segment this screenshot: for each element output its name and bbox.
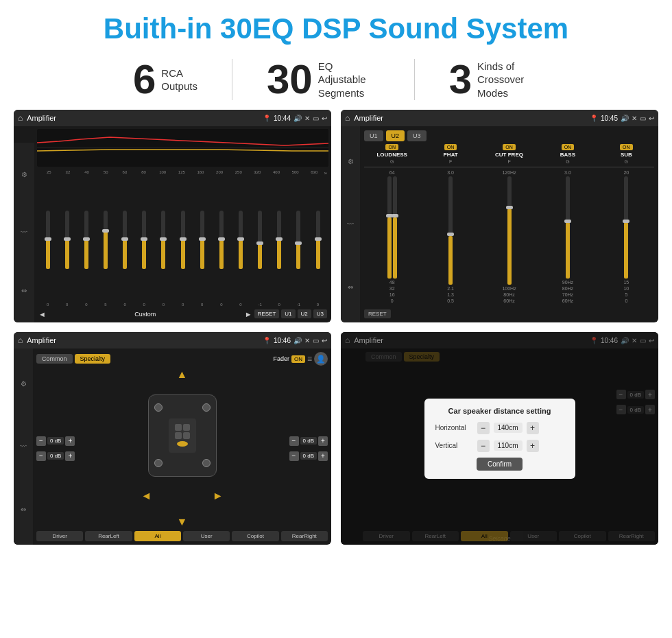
amp-main-area: U1 U2 U3 ON LOUDNESS G ON PHAT F xyxy=(360,126,658,322)
seat-rl xyxy=(175,432,182,439)
eq-content: ⚙ 〰 ⇔ xyxy=(14,126,331,322)
stat-eq: 30 EQ AdjustableSegments xyxy=(232,59,415,100)
tab-common[interactable]: Common xyxy=(36,354,73,364)
window-icon[interactable]: ▭ xyxy=(313,115,319,122)
eq-sidebar-icon-2[interactable]: 〰 xyxy=(21,228,27,236)
eq-sidebar-icon-1[interactable]: ⚙ xyxy=(21,171,27,178)
down-arrow-btn[interactable]: ▼ xyxy=(177,516,188,528)
seat-fr xyxy=(183,424,190,431)
horizontal-row: Horizontal − 140cm + xyxy=(435,422,564,434)
stat-crossover-label: Kinds ofCrossover Modes xyxy=(477,60,539,100)
db-minus-bl[interactable]: − xyxy=(36,451,46,461)
speaker-fr xyxy=(202,403,211,412)
channel-sub: ON SUB G xyxy=(599,144,654,164)
db-plus-tr[interactable]: + xyxy=(318,436,328,446)
driver-btn[interactable]: Driver xyxy=(36,531,83,541)
confirm-button[interactable]: Confirm xyxy=(477,458,523,471)
speaker-screen: ⌂ Amplifier 📍 10:46 🔊 ✕ ▭ ↩ ⚙ 〰 ⇔ Common xyxy=(14,332,331,545)
db-minus-tr[interactable]: − xyxy=(289,436,299,446)
bass-on-btn[interactable]: ON xyxy=(562,144,575,150)
close-icon[interactable]: ✕ xyxy=(304,115,310,122)
horizontal-plus-btn[interactable]: + xyxy=(527,422,539,434)
eq-next-btn[interactable]: ► xyxy=(245,310,252,318)
right-arrow-btn[interactable]: ► xyxy=(213,490,224,502)
amp-screen-title: Amplifier xyxy=(354,114,586,122)
left-arrow-btn[interactable]: ◄ xyxy=(141,490,152,502)
eq-screen-title: Amplifier xyxy=(27,114,259,122)
amp-home-icon[interactable]: ⌂ xyxy=(345,113,350,123)
eq-sliders xyxy=(37,178,328,301)
dialog-overlay: Car speaker distance setting Horizontal … xyxy=(341,332,658,545)
crosshair xyxy=(177,441,188,447)
amp-presets-row: U1 U2 U3 xyxy=(364,130,654,141)
eq-controls: ◄ Custom ► RESET U1 U2 U3 xyxy=(37,308,328,320)
horizontal-minus-btn[interactable]: − xyxy=(477,422,490,434)
user-profile-icon[interactable]: 👤 xyxy=(314,352,328,366)
screens-grid: ⌂ Amplifier 📍 10:44 🔊 ✕ ▭ ↩ ⚙ 〰 ⇔ xyxy=(0,110,672,545)
channel-cutfreq: ON CUT FREQ F xyxy=(481,144,537,164)
speaker-tabs: Common Specialty Fader ON ≡ 👤 xyxy=(36,352,328,366)
db-plus-tl[interactable]: + xyxy=(65,436,75,446)
speaker-back-icon[interactable]: ↩ xyxy=(322,337,327,344)
eq-u3-btn[interactable]: U3 xyxy=(313,309,327,318)
amp-close-icon[interactable]: ✕ xyxy=(632,115,637,122)
eq-custom-label: Custom xyxy=(48,311,243,318)
rearright-btn[interactable]: RearRight xyxy=(281,531,328,541)
eq-sidebar-icon-3[interactable]: ⇔ xyxy=(21,287,27,294)
location-icon: 📍 xyxy=(263,115,271,122)
eq-u2-btn[interactable]: U2 xyxy=(298,309,311,318)
amp-sidebar-icon-2[interactable]: 〰 xyxy=(347,220,354,228)
amp-sidebar-icon-1[interactable]: ⚙ xyxy=(348,158,354,165)
speaker-rr xyxy=(202,459,211,467)
speaker-close-icon[interactable]: ✕ xyxy=(304,337,310,344)
rearleft-btn[interactable]: RearLeft xyxy=(85,531,132,541)
amp-window-icon[interactable]: ▭ xyxy=(640,115,646,122)
db-plus-bl[interactable]: + xyxy=(65,451,75,461)
speaker-sidebar-icon-1[interactable]: ⚙ xyxy=(21,380,27,388)
distance-dialog: Car speaker distance setting Horizontal … xyxy=(424,399,575,479)
user-btn[interactable]: User xyxy=(183,531,230,541)
phat-on-btn[interactable]: ON xyxy=(444,144,457,150)
cutfreq-on-btn[interactable]: ON xyxy=(503,144,516,150)
up-arrow-btn[interactable]: ▲ xyxy=(177,368,188,381)
db-minus-tl[interactable]: − xyxy=(36,436,46,446)
eq-prev-btn[interactable]: ◄ xyxy=(38,310,46,318)
phat-label: PHAT xyxy=(444,152,458,158)
volume-icon: 🔊 xyxy=(293,115,302,122)
eq-u1-btn[interactable]: U1 xyxy=(281,309,295,318)
amp-u1-preset[interactable]: U1 xyxy=(364,130,383,141)
phat-sublabel: F xyxy=(449,159,452,164)
cutfreq-slider-group: 120Hz 100Hz 80Hz 60Hz xyxy=(481,170,537,303)
speaker-clock: 10:46 xyxy=(274,337,291,344)
speaker-sidebar-icon-2[interactable]: 〰 xyxy=(20,442,27,450)
all-btn[interactable]: All xyxy=(134,531,181,541)
speaker-volume-icon: 🔊 xyxy=(293,337,302,344)
sub-on-btn[interactable]: ON xyxy=(620,144,633,150)
vertical-minus-btn[interactable]: − xyxy=(477,440,490,452)
loudness-on-btn[interactable]: ON xyxy=(385,144,398,150)
back-icon[interactable]: ↩ xyxy=(322,115,327,122)
amp-sidebar-icon-3[interactable]: ⇔ xyxy=(348,283,353,291)
fader-on-btn[interactable]: ON xyxy=(291,355,305,363)
speaker-sidebar-icon-3[interactable]: ⇔ xyxy=(21,506,26,513)
eq-reset-btn[interactable]: RESET xyxy=(254,309,280,318)
horizontal-label: Horizontal xyxy=(435,424,473,432)
car-diagram: ▲ xyxy=(77,368,286,528)
amp-back-icon[interactable]: ↩ xyxy=(649,115,654,122)
amp-reset-btn[interactable]: RESET xyxy=(364,306,391,318)
top-speakers xyxy=(154,403,211,412)
tab-specialty[interactable]: Specialty xyxy=(75,354,111,364)
copilot-btn[interactable]: Copilot xyxy=(232,531,278,541)
speaker-window-icon[interactable]: ▭ xyxy=(313,337,319,344)
fader-bars-icon: ≡ xyxy=(307,354,312,364)
seat-fl xyxy=(175,424,182,431)
db-minus-br[interactable]: − xyxy=(289,451,299,461)
amp-u3-preset[interactable]: U3 xyxy=(407,130,427,141)
fader-label: Fader xyxy=(273,355,289,362)
speaker-home-icon[interactable]: ⌂ xyxy=(18,335,23,345)
db-plus-br[interactable]: + xyxy=(318,451,328,461)
home-icon[interactable]: ⌂ xyxy=(18,113,23,123)
amp-u2-preset[interactable]: U2 xyxy=(386,130,405,141)
vertical-plus-btn[interactable]: + xyxy=(527,440,539,452)
speaker-content: ⚙ 〰 ⇔ Common Specialty Fader ON ≡ 👤 xyxy=(14,348,331,545)
